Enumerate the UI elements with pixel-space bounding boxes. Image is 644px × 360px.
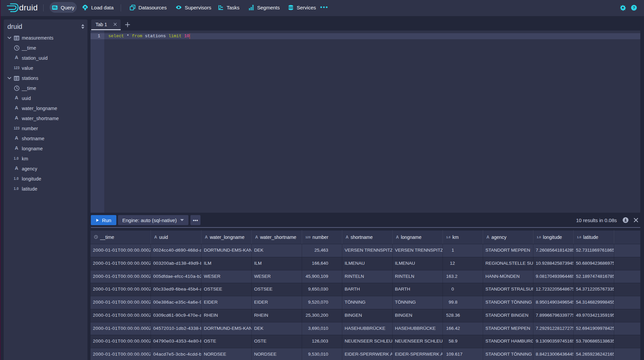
svg-text:?: ? — [633, 5, 635, 10]
